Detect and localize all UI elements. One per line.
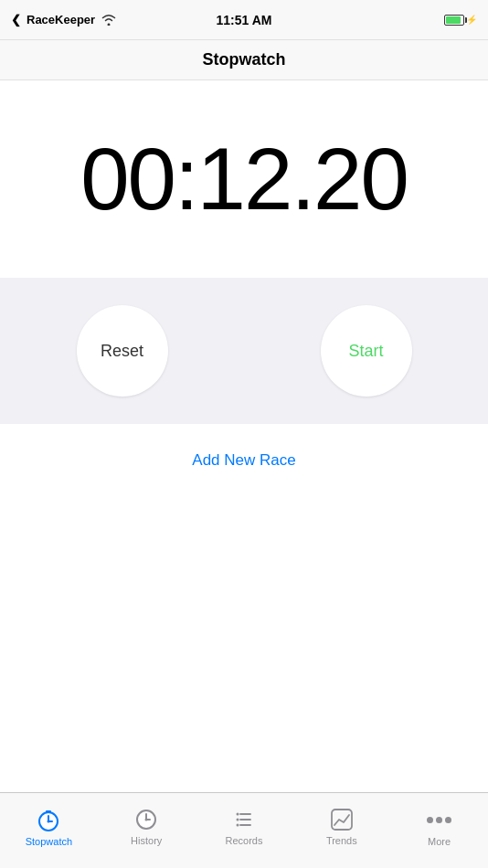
status-bar: ❮ RaceKeeper 11:51 AM ⚡ bbox=[0, 0, 488, 40]
tab-records[interactable]: Records bbox=[196, 793, 293, 868]
battery-icon bbox=[444, 15, 464, 26]
page-title: Stopwatch bbox=[202, 50, 285, 69]
records-tab-icon bbox=[232, 808, 256, 831]
tab-stopwatch-label: Stopwatch bbox=[26, 836, 72, 847]
battery-container: ⚡ bbox=[444, 15, 477, 26]
dot-2 bbox=[436, 817, 442, 823]
status-left: ❮ RaceKeeper bbox=[11, 13, 117, 26]
status-right: ⚡ bbox=[444, 15, 477, 26]
timer-display: 00:12.20 bbox=[0, 80, 488, 278]
svg-point-8 bbox=[145, 819, 148, 821]
more-dots-icon bbox=[427, 807, 451, 832]
dot-1 bbox=[427, 817, 433, 823]
tab-more-label: More bbox=[428, 836, 451, 847]
tab-history[interactable]: History bbox=[98, 793, 196, 868]
tab-history-label: History bbox=[131, 835, 162, 846]
svg-point-14 bbox=[236, 824, 239, 827]
dot-3 bbox=[445, 817, 451, 823]
reset-button[interactable]: Reset bbox=[77, 305, 168, 397]
timer-text: 00:12.20 bbox=[80, 135, 408, 223]
app-name: RaceKeeper bbox=[27, 13, 95, 26]
nav-bar: Stopwatch bbox=[0, 40, 488, 80]
svg-point-12 bbox=[236, 819, 239, 821]
battery-fill bbox=[446, 16, 461, 24]
main-content: 00:12.20 Reset Start Add New Race bbox=[0, 80, 488, 470]
add-new-race-button[interactable]: Add New Race bbox=[192, 451, 295, 470]
svg-rect-3 bbox=[46, 810, 51, 813]
svg-point-10 bbox=[236, 813, 239, 816]
charging-icon: ⚡ bbox=[466, 15, 477, 25]
tab-bar: Stopwatch History Records Trends bbox=[0, 792, 488, 868]
controls-section: Reset Start bbox=[0, 278, 488, 424]
trends-tab-icon bbox=[330, 808, 354, 831]
status-time: 11:51 AM bbox=[217, 13, 272, 27]
tab-records-label: Records bbox=[226, 835, 263, 846]
start-button[interactable]: Start bbox=[321, 305, 412, 397]
history-tab-icon bbox=[134, 808, 158, 831]
wifi-icon bbox=[101, 14, 117, 26]
tab-trends-label: Trends bbox=[326, 835, 357, 846]
stopwatch-tab-icon bbox=[36, 807, 61, 832]
tab-more[interactable]: More bbox=[390, 793, 488, 868]
svg-point-4 bbox=[48, 820, 50, 823]
svg-rect-15 bbox=[332, 810, 352, 830]
racekeeper-arrow: ❮ bbox=[11, 13, 21, 26]
tab-trends[interactable]: Trends bbox=[292, 793, 390, 868]
tab-stopwatch[interactable]: Stopwatch bbox=[0, 793, 98, 868]
